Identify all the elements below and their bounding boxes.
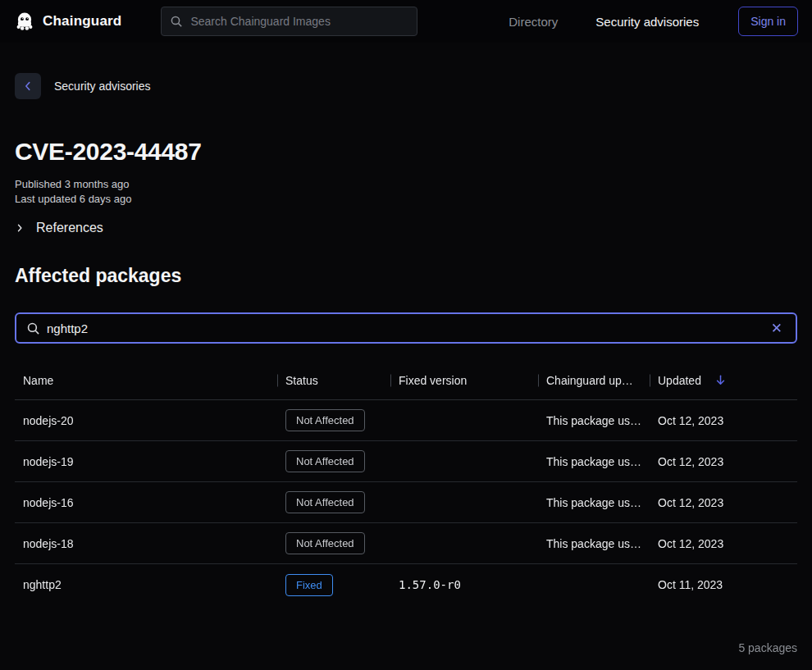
status-badge: Not Affected [285, 532, 365, 554]
breadcrumb-label: Security advisories [54, 80, 151, 93]
table-row[interactable]: nodejs-20 Not Affected This package us… … [15, 400, 797, 441]
published-date: Published 3 months ago [15, 177, 797, 192]
sign-in-button[interactable]: Sign in [738, 7, 798, 36]
nav-search-input[interactable] [190, 15, 408, 28]
brand-name: Chainguard [43, 13, 121, 30]
references-toggle[interactable]: References [15, 221, 103, 235]
clear-filter-button[interactable]: ✕ [768, 320, 786, 337]
status-badge: Not Affected [285, 491, 365, 513]
package-name: nodejs-18 [15, 537, 277, 550]
back-button[interactable] [15, 73, 41, 99]
updated-date: Oct 12, 2023 [650, 455, 797, 468]
chainguard-update: This package us… [538, 496, 650, 509]
updated-date: Oct 11, 2023 [650, 578, 797, 591]
nav-search [161, 7, 417, 36]
page-title: CVE-2023-44487 [15, 138, 797, 166]
brand[interactable]: Chainguard [14, 11, 121, 32]
references-label: References [36, 221, 103, 235]
table-row[interactable]: nodejs-16 Not Affected This package us… … [15, 482, 797, 523]
advisory-meta: Published 3 months ago Last updated 6 da… [15, 177, 797, 207]
close-icon: ✕ [771, 321, 782, 336]
table-row[interactable]: nghttp2 Fixed 1.57.0-r0 Oct 11, 2023 [15, 564, 797, 605]
package-filter: ✕ [15, 312, 797, 344]
main-content: Security advisories CVE-2023-44487 Publi… [0, 73, 812, 654]
updated-date: Oct 12, 2023 [650, 414, 797, 427]
chevron-left-icon [22, 80, 34, 92]
chevron-right-icon [15, 223, 25, 233]
top-nav: Chainguard Directory Security advisories… [0, 0, 812, 43]
updated-date: Oct 12, 2023 [650, 496, 797, 509]
last-updated-date: Last updated 6 days ago [15, 192, 797, 207]
nav-links: Directory Security advisories Sign in [509, 7, 798, 36]
table-row[interactable]: nodejs-19 Not Affected This package us… … [15, 441, 797, 482]
column-header-status[interactable]: Status [277, 374, 390, 387]
search-icon [170, 15, 183, 28]
package-name: nghttp2 [15, 578, 277, 591]
package-count: 5 packages [15, 641, 797, 654]
table-header: Name Status Fixed version Chainguard up…… [15, 361, 797, 400]
search-icon [26, 321, 40, 335]
sort-descending-arrow-icon[interactable] [714, 374, 727, 386]
status-badge: Not Affected [285, 409, 365, 431]
package-filter-input[interactable] [47, 321, 761, 335]
nav-link-directory[interactable]: Directory [509, 15, 558, 29]
nav-link-security-advisories[interactable]: Security advisories [595, 15, 699, 29]
status-badge: Not Affected [285, 450, 365, 472]
chainguard-update: This package us… [538, 455, 650, 468]
fixed-version: 1.57.0-r0 [390, 578, 538, 591]
section-title: Affected packages [15, 265, 797, 287]
package-name: nodejs-16 [15, 496, 277, 509]
column-header-updated[interactable]: Updated [650, 374, 797, 387]
package-name: nodejs-19 [15, 455, 277, 468]
status-badge: Fixed [285, 574, 333, 596]
column-header-name[interactable]: Name [15, 374, 277, 387]
packages-table: Name Status Fixed version Chainguard up…… [15, 361, 797, 605]
chainguard-octopus-logo-icon [14, 11, 35, 32]
chainguard-update: This package us… [538, 537, 650, 550]
column-header-chainguard-update[interactable]: Chainguard up… [538, 374, 650, 387]
table-row[interactable]: nodejs-18 Not Affected This package us… … [15, 523, 797, 564]
breadcrumb: Security advisories [15, 73, 797, 99]
chainguard-update: This package us… [538, 414, 650, 427]
column-header-fixed-version[interactable]: Fixed version [390, 374, 538, 387]
updated-date: Oct 12, 2023 [650, 537, 797, 550]
package-name: nodejs-20 [15, 414, 277, 427]
